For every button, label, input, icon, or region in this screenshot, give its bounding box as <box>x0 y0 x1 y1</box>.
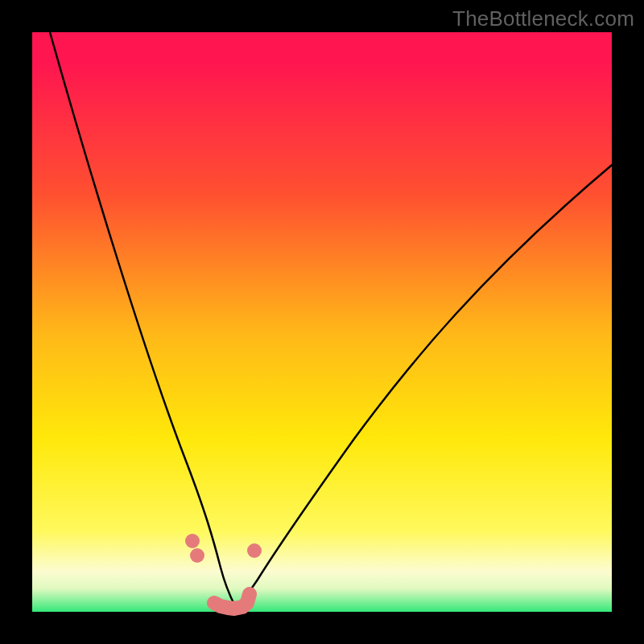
highlight-dot <box>185 534 200 548</box>
curve-left-branch <box>50 32 235 606</box>
highlight-dot <box>190 548 204 563</box>
curve-right-branch <box>235 165 612 606</box>
curve-layer <box>32 32 612 612</box>
highlight-dot <box>247 543 262 558</box>
bottom-dot-hull <box>214 594 250 609</box>
chart-frame: TheBottleneck.com <box>0 0 644 644</box>
watermark-label: TheBottleneck.com <box>452 6 634 31</box>
